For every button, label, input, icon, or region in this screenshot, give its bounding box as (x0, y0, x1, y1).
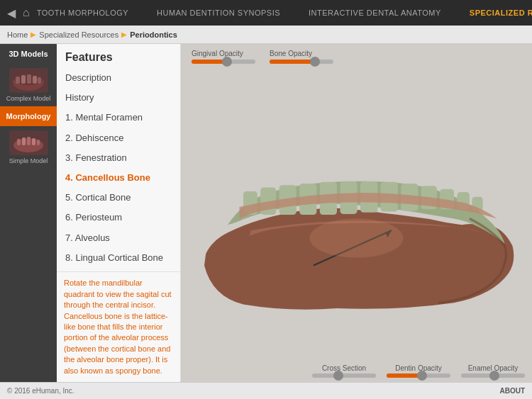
enamel-opacity-slider[interactable] (461, 373, 525, 378)
gingival-opacity-control: Gingival Opacity (192, 50, 255, 64)
nav-tab-tooth-morphology[interactable]: Tooth Morphology (37, 9, 128, 17)
feature-periosteum[interactable]: 6. Periosteum (57, 208, 180, 227)
breadcrumb-specialized[interactable]: Specialized Resources (39, 30, 118, 39)
gingival-opacity-slider[interactable] (192, 60, 255, 64)
svg-rect-9 (22, 137, 26, 145)
svg-rect-11 (32, 138, 35, 145)
feature-history[interactable]: History (57, 88, 180, 108)
feature-mental-foramen[interactable]: 1. Mental Foramen (57, 108, 180, 128)
gingival-opacity-label: Gingival Opacity (192, 50, 243, 57)
nav-tab-interactive-dental[interactable]: Interactive Dental Anatomy (309, 9, 441, 17)
simple-model-thumbnail (9, 130, 48, 155)
top-navigation: ◀ ⌂ Tooth Morphology Human Dentition Syn… (0, 0, 532, 26)
nav-tabs: Tooth Morphology Human Dentition Synopsi… (37, 9, 532, 17)
feature-cortical-bone[interactable]: 5. Cortical Bone (57, 188, 180, 208)
bone-opacity-slider[interactable] (270, 60, 333, 64)
cross-section-slider[interactable] (312, 373, 376, 378)
jaw-illustration (181, 69, 532, 360)
simple-model-label: Simple Model (9, 157, 48, 164)
svg-rect-8 (17, 139, 21, 145)
feature-fenestration[interactable]: 3. Fenestration (57, 148, 180, 168)
feature-description-text: Rotate the mandilbular quadrant to view … (57, 271, 180, 382)
feature-description[interactable]: Description (57, 68, 180, 88)
complex-model-label: Complex Model (6, 95, 51, 102)
dentin-opacity-control: Dentin Opacity (387, 364, 450, 378)
dental-3d-view[interactable] (181, 69, 532, 360)
gingival-slider-fill (192, 60, 227, 64)
nav-tab-specialized-resources[interactable]: Specialized Resources (470, 9, 532, 17)
features-title: Features (57, 44, 180, 68)
cross-section-control: Cross Section (312, 364, 376, 378)
feature-lingual-cortical[interactable]: 8. Lingual Cortical Bone (57, 248, 180, 268)
left-sidebar: 3D Models Complex Model Morphology (0, 44, 57, 382)
svg-point-28 (310, 219, 404, 258)
dentin-slider-fill (387, 373, 422, 378)
cross-section-thumb[interactable] (333, 371, 343, 381)
svg-rect-10 (27, 137, 31, 145)
breadcrumb: Home ▶ Specialized Resources ▶ Periodont… (0, 26, 532, 44)
bottom-opacity-controls: Cross Section Dentin Opacity Enamel Opac… (181, 360, 532, 382)
features-list: Description History 1. Mental Foramen 2.… (57, 68, 180, 271)
svg-rect-6 (38, 77, 41, 84)
dentin-opacity-slider[interactable] (387, 373, 450, 378)
complex-model-thumbnail (9, 68, 48, 93)
svg-rect-2 (16, 77, 20, 84)
nav-tab-human-dentition[interactable]: Human Dentition Synopsis (157, 9, 280, 17)
svg-rect-3 (21, 75, 26, 84)
back-button[interactable]: ◀ (7, 4, 16, 21)
morphology-button[interactable]: Morphology (0, 106, 57, 126)
feature-alveolus[interactable]: 7. Alveolus (57, 228, 180, 248)
view-area: Gingival Opacity Bone Opacity (181, 44, 532, 382)
bone-opacity-control: Bone Opacity (270, 50, 333, 64)
feature-cancellous-bone[interactable]: 4. Cancellous Bone (57, 168, 180, 188)
gingival-slider-thumb[interactable] (222, 57, 232, 67)
enamel-opacity-control: Enamel Opacity (461, 364, 525, 378)
top-opacity-controls: Gingival Opacity Bone Opacity (181, 44, 532, 69)
enamel-slider-thumb[interactable] (489, 371, 499, 381)
feature-dehiscence[interactable]: 2. Dehiscence (57, 128, 180, 148)
breadcrumb-current: Periodontics (130, 30, 177, 39)
bone-opacity-label: Bone Opacity (270, 50, 312, 57)
svg-rect-12 (37, 140, 40, 145)
status-bar: © 2016 eHuman, Inc. ABOUT (0, 382, 532, 399)
copyright-text: © 2016 eHuman, Inc. (7, 387, 74, 395)
bone-slider-thumb[interactable] (310, 57, 320, 67)
breadcrumb-separator-2: ▶ (121, 30, 127, 38)
main-layout: 3D Models Complex Model Morphology (0, 44, 532, 382)
breadcrumb-separator-1: ▶ (31, 30, 36, 38)
bone-slider-fill (270, 60, 314, 64)
cross-section-label: Cross Section (322, 364, 366, 372)
models-label: 3D Models (0, 44, 57, 64)
about-button[interactable]: ABOUT (499, 387, 525, 395)
breadcrumb-home[interactable]: Home (7, 30, 28, 39)
complex-model-item[interactable]: Complex Model (0, 64, 57, 106)
home-button[interactable]: ⌂ (23, 4, 30, 21)
svg-rect-4 (27, 74, 31, 84)
simple-model-item[interactable]: Simple Model (0, 126, 57, 169)
dentin-slider-thumb[interactable] (417, 371, 427, 381)
features-panel: Features Description History 1. Mental F… (57, 44, 181, 382)
svg-rect-5 (33, 76, 37, 84)
